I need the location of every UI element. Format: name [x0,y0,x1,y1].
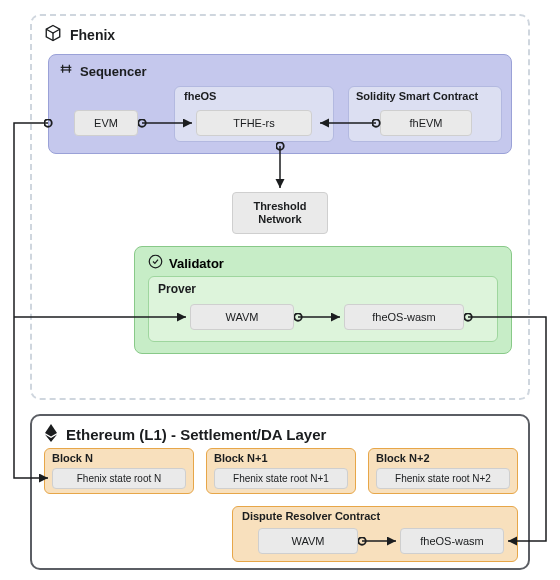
sequencer-title: Sequencer [80,64,146,79]
validator-title-row: Validator [148,254,224,272]
prover-label: Prover [158,282,196,296]
layers-icon [58,62,74,81]
validator-title: Validator [169,256,224,271]
block-n2-state: Fhenix state root N+2 [376,468,510,489]
evm-chip: EVM [74,110,138,136]
fhenix-title-row: Fhenix [44,24,115,46]
prover-fheos-wasm-chip: fheOS-wasm [344,304,464,330]
cube-icon [44,24,62,46]
check-circle-icon [148,254,163,272]
block-n-state: Fhenix state root N [52,468,186,489]
ethereum-title-row: Ethereum (L1) - Settlement/DA Layer [44,424,326,445]
svg-point-4 [149,255,162,268]
contract-label: Solidity Smart Contract [356,90,478,102]
fhenix-title: Fhenix [70,27,115,43]
dispute-wavm-chip: WAVM [258,528,358,554]
block-n1-state: Fhenix state root N+1 [214,468,348,489]
dispute-fheos-wasm-chip: fheOS-wasm [400,528,504,554]
block-n1-label: Block N+1 [214,452,268,464]
prover-wavm-chip: WAVM [190,304,294,330]
block-n-label: Block N [52,452,93,464]
threshold-label-2: Network [258,213,301,226]
threshold-network-chip: Threshold Network [232,192,328,234]
fheos-label: fheOS [184,90,216,102]
tfhe-chip: TFHE-rs [196,110,312,136]
ethereum-title: Ethereum (L1) - Settlement/DA Layer [66,426,326,443]
sequencer-title-row: Sequencer [58,62,146,81]
fhevm-chip: fhEVM [380,110,472,136]
threshold-label-1: Threshold [253,200,306,213]
ethereum-icon [44,424,58,445]
dispute-resolver-label: Dispute Resolver Contract [242,510,380,522]
block-n2-label: Block N+2 [376,452,430,464]
